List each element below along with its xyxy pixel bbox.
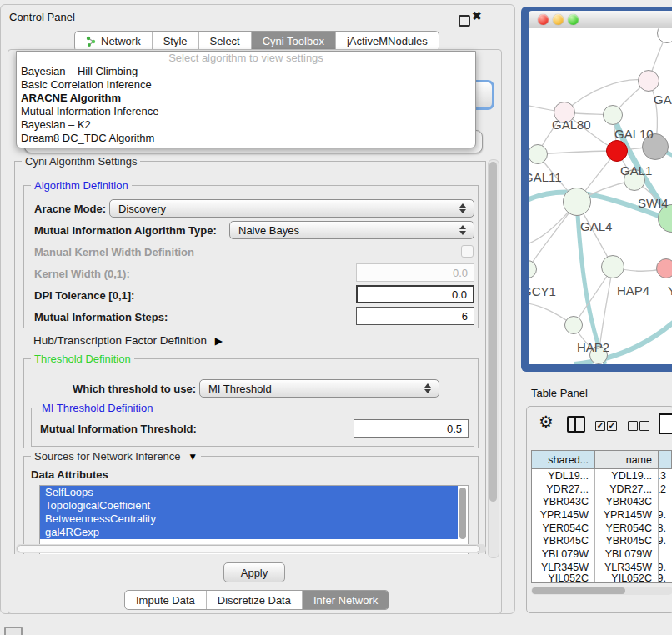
table-horizontal-scrollbar[interactable] [531,587,672,595]
table-row[interactable]: YBL079W YBL079W [532,548,672,561]
tab-discretize-data[interactable]: Discretize Data [207,591,303,609]
dropdown-item[interactable]: Basic Correlation Inference [17,78,475,92]
network-node[interactable] [529,144,548,164]
which-threshold-select[interactable]: MI Threshold [199,379,439,398]
split-columns-icon[interactable] [567,416,585,432]
tab-label: Infer Network [313,594,378,607]
gear-icon[interactable]: ⚙ [539,412,554,432]
input-value: 0.0 [453,267,468,279]
network-node[interactable] [564,316,583,334]
network-node[interactable] [601,255,624,278]
table-row[interactable]: YIL052C YIL052C 9. [532,574,672,582]
screen: Control Panel ✖ Network Style Select [0,0,672,635]
network-node[interactable] [656,258,672,278]
table-row[interactable]: YER054C YER054C 8. [532,522,672,535]
close-icon[interactable]: ✖ [472,9,482,22]
deselect-checkbox-icon-2[interactable] [639,421,649,431]
column-header[interactable] [659,451,672,468]
node-label: GCY1 [529,284,556,298]
collapse-right-icon: ▶ [215,335,223,347]
input-value: 6 [462,310,468,322]
tab-impute-data[interactable]: Impute Data [125,591,207,609]
network-node-selected[interactable] [606,140,628,162]
attribute-item[interactable]: gal4RGexp [40,526,458,539]
tab-infer-network[interactable]: Infer Network [303,591,389,609]
cell: YLR345W [532,561,595,574]
input-value: 0.5 [447,422,462,435]
table-row[interactable]: YLR345W YLR345W 9. [532,561,672,574]
settings-vertical-scrollbar[interactable] [488,159,499,558]
attribute-item[interactable]: BetweennessCentrality [40,512,458,526]
float-window-icon[interactable] [459,15,470,27]
dropdown-item[interactable]: Bayesian – Hill Climbing [17,65,475,78]
hub-definition-expander[interactable]: Hub/Transcription Factor Definition ▶ [33,334,223,347]
network-node[interactable] [603,105,623,125]
tab-network[interactable]: Network [75,32,153,51]
which-threshold-label: Which threshold to use: [73,382,196,395]
settings-scroll-area: Cyni Algorithm Settings Algorithm Defini… [14,158,486,554]
node-label: HAP4 [617,283,649,298]
cell: 13 [659,469,672,482]
attribute-item[interactable]: TopologicalCoefficient [40,499,458,512]
mi-steps-label: Mutual Information Steps: [34,311,168,323]
manual-kernel-width-checkbox[interactable] [461,245,474,258]
network-canvas[interactable]: GAL GAL80 GAL10 GAL1 GAL11 SWI4 GAL4 GCY… [529,28,672,364]
minimize-traffic-light-icon[interactable] [553,14,564,25]
new-table-icon[interactable] [659,413,672,434]
settings-horizontal-scrollbar[interactable] [16,544,486,553]
tab-jactivemnodules[interactable]: jActiveMNodules [336,32,439,51]
table-header-row: shared... name [532,451,672,469]
table-row[interactable]: YDR27... YDR27... 12 [532,482,672,496]
aracne-mode-select[interactable]: Discovery [109,199,474,218]
dropdown-item-highlighted[interactable]: ARACNE Algorithm [17,92,475,105]
sources-title: Sources for Network Inference [34,450,181,462]
select-all-checkbox-icon-2[interactable]: ✓ [607,421,617,431]
select-all-checkbox-icon[interactable]: ✓ [595,421,605,431]
table-row[interactable]: YBR045C YBR045C 9. [532,534,672,548]
dpi-tolerance-input[interactable]: 0.0 [356,285,474,303]
threshold-definition-group: Threshold Definition Which threshold to … [23,358,479,448]
mi-algorithm-type-label: Mutual Information Algorithm Type: [34,224,217,237]
close-traffic-light-icon[interactable] [538,14,549,25]
zoom-traffic-light-icon[interactable] [568,14,579,25]
network-window-titlebar[interactable] [529,11,672,28]
network-node[interactable] [563,188,591,216]
column-header[interactable]: name [595,451,659,468]
attribute-item[interactable]: SelfLoops [40,486,458,499]
cell: YBR045C [595,534,659,548]
dropdown-item[interactable]: Dream8 DC_TDC Algorithm [17,132,475,145]
column-header[interactable]: shared... [532,451,595,468]
cell: YBR043C [532,495,595,508]
tab-select[interactable]: Select [199,32,252,51]
sources-expander[interactable]: Sources for Network Inference ▼ [31,450,201,462]
minimized-panel-icon[interactable] [4,627,23,635]
cell [659,495,672,508]
kernel-width-input[interactable]: 0.0 [356,263,474,282]
mi-steps-input[interactable]: 6 [356,307,474,325]
sources-group: Sources for Network Inference ▼ Data Att… [23,456,479,554]
node-label: GAL10 [614,127,654,141]
node-label: HAP2 [577,340,609,354]
tab-style[interactable]: Style [153,32,199,51]
dropdown-item[interactable]: Bayesian – K2 [17,118,475,132]
group-title: Threshold Definition [31,352,134,365]
mi-threshold-input[interactable]: 0.5 [354,419,469,438]
list-scrollbar[interactable] [459,488,466,539]
table-row[interactable]: YDL19... YDL19... 13 [532,469,672,482]
network-node[interactable] [638,70,659,92]
cyni-bottom-tabbar: Impute Data Discretize Data Infer Networ… [124,590,389,610]
cell: YBL079W [595,548,659,561]
mi-algorithm-type-select[interactable]: Naive Bayes [229,221,474,239]
manual-kernel-width-label: Manual Kernel Width Definition [34,246,194,258]
tab-cyni-toolbox[interactable]: Cyni Toolbox [252,32,336,51]
dpi-tolerance-label: DPI Tolerance [0,1]: [34,289,134,302]
cell: 9. [659,574,672,582]
node-label: GAL11 [529,170,562,184]
dropdown-item[interactable]: Mutual Information Inference [17,105,475,118]
cell: 12 [659,482,672,496]
table-row[interactable]: YBR043C YBR043C [532,495,672,508]
deselect-checkbox-icon[interactable] [628,421,638,431]
table-row[interactable]: YPR145W YPR145W 9. [532,508,672,522]
apply-button[interactable]: Apply [223,562,285,582]
cell: YDR27... [532,482,595,496]
